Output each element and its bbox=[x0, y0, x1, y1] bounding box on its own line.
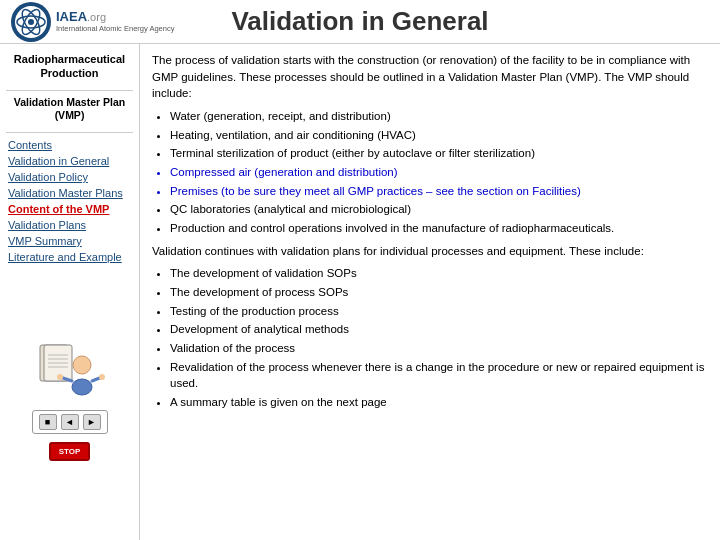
list-item: The development of process SOPs bbox=[170, 284, 708, 301]
sidebar-item-content-vmp[interactable]: Content of the VMP bbox=[6, 202, 133, 216]
page-title: Validation in General bbox=[231, 6, 488, 37]
iaea-logo-icon bbox=[10, 1, 52, 43]
list-item: Compressed air (generation and distribut… bbox=[170, 164, 708, 181]
sidebar-item-vmp-summary[interactable]: VMP Summary bbox=[6, 234, 133, 248]
stop-button[interactable]: STOP bbox=[49, 442, 91, 461]
list-item: Premises (to be sure they meet all GMP p… bbox=[170, 183, 708, 200]
sidebar: Radiopharmaceutical Production Validatio… bbox=[0, 44, 140, 540]
logo-area: IAEA.org International Atomic Energy Age… bbox=[10, 1, 174, 43]
svg-point-16 bbox=[57, 374, 63, 380]
svg-point-17 bbox=[99, 374, 105, 380]
svg-point-13 bbox=[72, 379, 92, 395]
sidebar-item-contents[interactable]: Contents bbox=[6, 138, 133, 152]
list-item: Heating, ventilation, and air conditioni… bbox=[170, 127, 708, 144]
list-item: The development of validation SOPs bbox=[170, 265, 708, 282]
sidebar-item-validation-master-plans[interactable]: Validation Master Plans bbox=[6, 186, 133, 200]
logo-iaea: IAEA.org bbox=[56, 10, 174, 24]
nav-home-button[interactable]: ■ bbox=[39, 414, 57, 430]
list-item: Development of analytical methods bbox=[170, 321, 708, 338]
plan-items-list: The development of validation SOPs The d… bbox=[170, 265, 708, 410]
list-item: A summary table is given on the next pag… bbox=[170, 394, 708, 411]
list-item: Validation of the process bbox=[170, 340, 708, 357]
sidebar-section-title: Radiopharmaceutical Production bbox=[6, 52, 133, 81]
logo-subtitle: International Atomic Energy Agency bbox=[56, 25, 174, 33]
list-item: Testing of the production process bbox=[170, 303, 708, 320]
list-item: QC laboratories (analytical and microbio… bbox=[170, 201, 708, 218]
header: IAEA.org International Atomic Energy Age… bbox=[0, 0, 720, 44]
list-item: Water (generation, receipt, and distribu… bbox=[170, 108, 708, 125]
sidebar-item-validation-plans[interactable]: Validation Plans bbox=[6, 218, 133, 232]
vmp-items-list: Water (generation, receipt, and distribu… bbox=[170, 108, 708, 237]
logo-text: IAEA.org International Atomic Energy Age… bbox=[56, 10, 174, 33]
continues-paragraph: Validation continues with validation pla… bbox=[152, 243, 708, 260]
sidebar-item-literature[interactable]: Literature and Example bbox=[6, 250, 133, 264]
sidebar-item-validation-policy[interactable]: Validation Policy bbox=[6, 170, 133, 184]
nav-next-button[interactable]: ► bbox=[83, 414, 101, 430]
vmp-label: Validation Master Plan (VMP) bbox=[6, 96, 133, 123]
nav-prev-button[interactable]: ◄ bbox=[61, 414, 79, 430]
list-item: Production and control operations involv… bbox=[170, 220, 708, 237]
sidebar-image-area: ■ ◄ ► STOP bbox=[6, 266, 133, 532]
nav-controls: ■ ◄ ► bbox=[32, 410, 108, 434]
intro-paragraph: The process of validation starts with th… bbox=[152, 52, 708, 102]
content-area: The process of validation starts with th… bbox=[140, 44, 720, 540]
sidebar-divider-top bbox=[6, 90, 133, 91]
svg-point-5 bbox=[28, 19, 34, 25]
sidebar-divider-2 bbox=[6, 132, 133, 133]
main-area: Radiopharmaceutical Production Validatio… bbox=[0, 44, 720, 540]
svg-point-12 bbox=[73, 356, 91, 374]
list-item: Revalidation of the process whenever the… bbox=[170, 359, 708, 392]
sidebar-item-validation-general[interactable]: Validation in General bbox=[6, 154, 133, 168]
book-person-icon bbox=[30, 337, 110, 402]
list-item: Terminal sterilization of product (eithe… bbox=[170, 145, 708, 162]
